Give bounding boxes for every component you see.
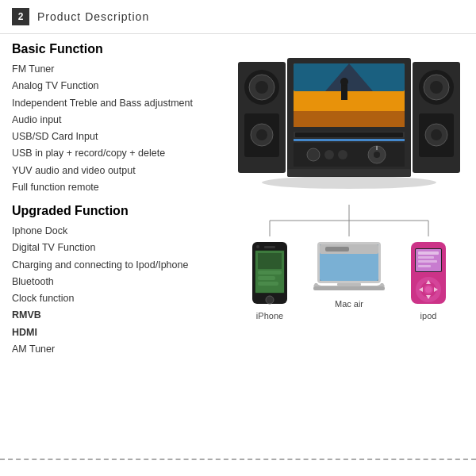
svg-point-50	[256, 245, 259, 248]
svg-point-27	[307, 148, 320, 161]
iphone-label: iPhone	[256, 311, 283, 321]
svg-rect-32	[376, 146, 378, 150]
main-content: Basic Function FM TunerAnalog TV Functio…	[0, 34, 476, 475]
list-item: Analog TV Function	[12, 78, 234, 94]
svg-point-68	[425, 286, 432, 293]
svg-point-13	[431, 129, 442, 140]
svg-rect-55	[325, 247, 349, 251]
list-item: HDMI	[12, 324, 234, 341]
devices-row: iPhone Mac air	[238, 240, 460, 321]
svg-point-3	[255, 81, 268, 94]
svg-rect-21	[341, 84, 347, 100]
svg-point-28	[324, 150, 334, 159]
ipod-label: ipod	[420, 311, 437, 321]
svg-rect-63	[418, 260, 437, 263]
svg-rect-49	[264, 246, 275, 248]
svg-rect-62	[418, 256, 434, 259]
svg-rect-45	[258, 271, 282, 274]
list-item: Independent Treble and Bass adjustment	[12, 95, 234, 112]
list-item: Full function remote	[12, 179, 234, 196]
svg-rect-44	[258, 253, 282, 269]
macair-label: Mac air	[335, 299, 363, 309]
svg-rect-61	[418, 251, 439, 255]
list-item: Bluetooth	[12, 274, 234, 290]
list-item: Audio input	[12, 112, 234, 129]
list-item: Iphone Dock	[12, 223, 234, 240]
page-title: Product Description	[37, 10, 149, 23]
svg-rect-57	[337, 283, 361, 286]
device-ipod: ipod	[409, 240, 448, 321]
basic-feature-list: FM TunerAnalog TV FunctionIndependent Tr…	[12, 61, 234, 196]
upgraded-function-title: Upgraded Function	[12, 204, 234, 218]
upgraded-feature-list: Iphone DockDigital TV FunctionCharging a…	[12, 223, 234, 358]
svg-point-29	[338, 150, 347, 159]
svg-point-6	[256, 129, 267, 140]
svg-rect-25	[294, 139, 405, 141]
svg-rect-33	[287, 169, 411, 177]
svg-rect-56	[313, 286, 385, 290]
svg-point-48	[266, 296, 274, 304]
right-column: iPhone Mac air	[234, 42, 464, 467]
list-item: RMVB	[12, 307, 234, 324]
list-item: Clock function	[12, 290, 234, 307]
svg-rect-64	[418, 265, 431, 267]
svg-point-31	[374, 152, 380, 158]
svg-point-34	[262, 176, 436, 189]
list-item: Digital TV Function	[12, 240, 234, 256]
list-item: YUV audio and video output	[12, 163, 234, 179]
connector-lines	[238, 205, 460, 236]
device-macair: Mac air	[313, 240, 385, 321]
svg-point-22	[340, 78, 348, 86]
device-iphone: iPhone	[250, 240, 290, 321]
list-item: Charging and connecting to Ipod/Iphone	[12, 257, 234, 274]
svg-rect-24	[295, 132, 403, 137]
basic-function-title: Basic Function	[12, 42, 234, 56]
svg-rect-46	[258, 276, 275, 280]
list-item: USB in play + record/copy + delete	[12, 145, 234, 162]
page-header: 2 Product Description	[0, 0, 476, 34]
section-number-badge: 2	[12, 8, 29, 25]
section-divider	[0, 459, 476, 460]
svg-point-10	[430, 81, 443, 94]
left-column: Basic Function FM TunerAnalog TV Functio…	[12, 42, 234, 467]
svg-rect-20	[294, 111, 405, 127]
list-item: AM Tuner	[12, 341, 234, 358]
list-item: FM Tuner	[12, 61, 234, 78]
stereo-image	[238, 46, 460, 205]
svg-rect-47	[258, 282, 278, 286]
list-item: USB/SD Card Input	[12, 129, 234, 145]
